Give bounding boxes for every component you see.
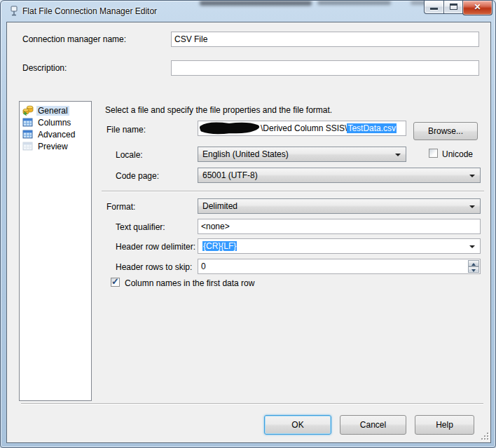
close-button[interactable]: ✕ (462, 1, 492, 15)
locale-label: Locale: (116, 150, 143, 160)
header-row-delimiter-dropdown[interactable]: {CR}{LF} (198, 238, 481, 254)
file-name-label: File name: (106, 125, 146, 135)
cancel-button[interactable]: Cancel (340, 415, 406, 435)
table-muted-icon (22, 141, 34, 152)
header-rows-to-skip-value: 0 (201, 262, 206, 271)
connection-manager-name-label: Connection manager name: (22, 34, 126, 44)
spinner-up-icon (471, 263, 476, 266)
table-icon (22, 117, 34, 128)
connection-manager-icon (22, 105, 34, 116)
code-page-value: 65001 (UTF-8) (202, 170, 258, 180)
text-qualifier-input[interactable]: <none> (198, 219, 481, 234)
sidebar-item-columns[interactable]: Columns (20, 116, 91, 128)
window-frame: Flat File Connection Manager Editor ✕ Co… (0, 0, 496, 448)
pages-listbox: General Columns (19, 101, 92, 401)
header-rows-to-skip-label: Header rows to skip: (116, 262, 192, 272)
file-name-input[interactable]: \Derived Column SSIS\TestData.csv (198, 121, 406, 136)
footer-separator (21, 403, 483, 404)
spinner-up-button[interactable] (468, 260, 479, 266)
unicode-checkbox[interactable] (429, 149, 438, 158)
connection-manager-name-value: CSV File (174, 34, 207, 44)
chevron-down-icon (469, 175, 475, 177)
maximize-button[interactable] (443, 1, 463, 14)
column-names-checkbox[interactable]: ✓ (111, 278, 120, 287)
header-rows-to-skip-input[interactable]: 0 (198, 259, 481, 274)
code-page-dropdown[interactable]: 65001 (UTF-8) (198, 168, 481, 183)
description-input[interactable] (171, 60, 479, 76)
spinner-down-button[interactable] (468, 266, 479, 273)
window-title: Flat File Connection Manager Editor (22, 6, 157, 16)
file-name-selected-text: TestData.csv (347, 123, 397, 133)
maximize-icon (450, 4, 457, 10)
chevron-down-icon (395, 154, 401, 156)
chevron-down-icon (469, 245, 475, 248)
connection-manager-name-input[interactable]: CSV File (171, 32, 479, 47)
help-button[interactable]: Help (415, 415, 474, 435)
unicode-checkbox-label[interactable]: Unicode (442, 149, 473, 159)
spinner-down-icon (471, 269, 476, 272)
description-label: Description: (22, 63, 67, 73)
dialog-icon (9, 6, 19, 17)
minimize-button[interactable] (424, 1, 444, 14)
sidebar-item-label: Advanced (36, 130, 76, 140)
sidebar-item-preview[interactable]: Preview (20, 140, 91, 152)
sidebar-item-general[interactable]: General (20, 104, 91, 116)
code-page-label: Code page: (116, 171, 159, 181)
section-separator (102, 191, 484, 191)
browse-button[interactable]: Browse... (413, 122, 478, 140)
ok-button[interactable]: OK (264, 415, 331, 435)
resize-grip[interactable] (481, 433, 488, 440)
chevron-down-icon (469, 205, 475, 208)
locale-dropdown[interactable]: English (United States) (198, 147, 406, 162)
checkmark-icon: ✓ (111, 276, 119, 287)
header-row-delimiter-label: Header row delimiter: (116, 242, 195, 252)
format-value: Delimited (202, 201, 237, 211)
redaction-scribble (200, 122, 260, 135)
file-path-text: \Derived Column SSIS\ (261, 123, 347, 133)
spinner-controls (468, 260, 479, 273)
sidebar-item-label: Preview (36, 142, 69, 151)
sidebar-item-label: General (36, 106, 69, 116)
locale-value: English (United States) (202, 149, 289, 159)
sidebar-item-label: Columns (36, 118, 72, 128)
dialog-body: Connection manager name: CSV File Descri… (6, 22, 491, 443)
format-label: Format: (106, 202, 135, 212)
format-dropdown[interactable]: Delimited (198, 198, 481, 214)
title-bar: Flat File Connection Manager Editor ✕ (1, 1, 495, 22)
minimize-icon (430, 8, 438, 10)
text-qualifier-value: <none> (201, 222, 230, 231)
close-icon: ✕ (463, 2, 492, 12)
text-qualifier-label: Text qualifier: (116, 222, 165, 232)
header-row-delimiter-value: {CR}{LF} (202, 241, 237, 251)
table-icon (22, 129, 34, 140)
column-names-checkbox-label[interactable]: Column names in the first data row (125, 278, 254, 288)
sidebar-item-advanced[interactable]: Advanced (20, 128, 91, 140)
page-intro-text: Select a file and specify the file prope… (105, 105, 332, 115)
